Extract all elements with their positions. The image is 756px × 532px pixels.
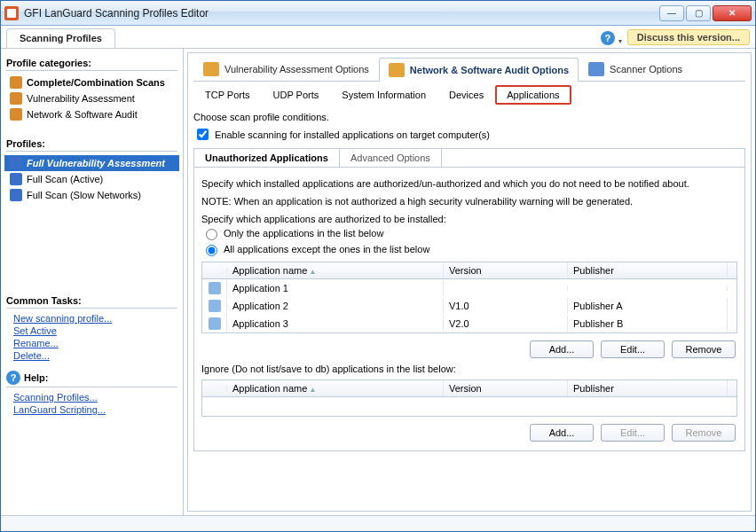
- tab-network-software-options[interactable]: Network & Software Audit Options: [379, 58, 579, 82]
- tab-scanning-profiles[interactable]: Scanning Profiles: [6, 28, 115, 48]
- help-scanning-profiles[interactable]: Scanning Profiles...: [13, 391, 177, 403]
- help-heading: ? Help:: [6, 371, 177, 387]
- cell-version: V2.0: [444, 316, 568, 332]
- cell-publisher: [568, 286, 728, 291]
- tasks-heading: Common Tasks:: [6, 295, 177, 309]
- col-version[interactable]: Version: [444, 380, 568, 396]
- category-network-software-audit[interactable]: Network & Software Audit: [4, 106, 179, 122]
- tab-vulnerability-options[interactable]: Vulnerability Assessment Options: [193, 57, 379, 81]
- task-set-active[interactable]: Set Active: [13, 325, 177, 337]
- magnifier-icon: [588, 62, 604, 76]
- tab-label: Network & Software Audit Options: [410, 65, 569, 75]
- section-tabs: Unauthorized Applications Advanced Optio…: [193, 148, 745, 167]
- profile-full-vulnerability-assessment[interactable]: Full Vulnerability Assessment: [4, 155, 179, 171]
- tab-label: Vulnerability Assessment Options: [224, 64, 369, 74]
- folder-icon: [10, 92, 22, 105]
- category-label: Vulnerability Assessment: [27, 93, 135, 104]
- table-row[interactable]: Application 1: [202, 279, 736, 297]
- ignore-heading: Ignore (Do not list/save to db) applicat…: [201, 364, 737, 374]
- folder-icon: [10, 108, 22, 121]
- discuss-version-button[interactable]: Discuss this version...: [627, 29, 750, 45]
- table-row[interactable]: Application 2 V1.0 Publisher A: [202, 297, 736, 315]
- apps-edit-button[interactable]: Edit...: [601, 340, 665, 358]
- content-panel: Vulnerability Assessment Options Network…: [187, 52, 752, 512]
- note-text: NOTE: When an application is not authori…: [201, 196, 737, 207]
- folder-icon: [389, 63, 405, 77]
- help-icon[interactable]: ?: [601, 31, 615, 45]
- close-button[interactable]: ✕: [713, 5, 752, 21]
- subtab-system-information[interactable]: System Information: [330, 85, 437, 105]
- cell-name: Application 2: [227, 298, 444, 314]
- category-complete-combination[interactable]: Complete/Combination Scans: [4, 74, 179, 90]
- app-icon: [4, 6, 19, 20]
- profiles-heading: Profiles:: [6, 138, 177, 152]
- profile-icon: [10, 173, 22, 185]
- ignore-table: Application name Version Publisher: [201, 379, 737, 417]
- profile-icon: [10, 189, 22, 201]
- profile-full-scan-slow[interactable]: Full Scan (Slow Networks): [4, 187, 179, 203]
- apps-remove-button[interactable]: Remove: [672, 340, 736, 358]
- sidebar: Profile categories: Complete/Combination…: [1, 49, 184, 515]
- table-header[interactable]: Application name Version Publisher: [202, 262, 736, 279]
- tab-scanner-options[interactable]: Scanner Options: [579, 57, 692, 81]
- subtab-tcp-ports[interactable]: TCP Ports: [193, 85, 262, 105]
- cell-publisher: Publisher B: [568, 316, 728, 332]
- unauthorized-panel: Specify which installed applications are…: [193, 167, 745, 451]
- category-vulnerability-assessment[interactable]: Vulnerability Assessment: [4, 90, 179, 106]
- option-tabs: Vulnerability Assessment Options Network…: [193, 57, 745, 82]
- ignore-edit-button: Edit...: [601, 424, 665, 442]
- radio-only-listed[interactable]: [206, 229, 217, 240]
- subtab-udp-ports[interactable]: UDP Ports: [262, 85, 331, 105]
- cell-name: Application 3: [227, 316, 444, 332]
- cell-version: V1.0: [444, 298, 568, 314]
- folder-icon: [10, 76, 22, 89]
- applications-table: Application name Version Publisher Appli…: [201, 262, 737, 333]
- section-tab-advanced[interactable]: Advanced Options: [340, 149, 442, 167]
- discuss-label: Discuss this version...: [637, 32, 740, 43]
- conditions-label: Choose scan profile conditions.: [193, 112, 745, 122]
- enable-scanning-checkbox[interactable]: [197, 129, 209, 140]
- help-icon: ?: [6, 371, 20, 385]
- col-application-name[interactable]: Application name: [227, 262, 444, 278]
- task-rename[interactable]: Rename...: [13, 337, 177, 349]
- help-languard-scripting[interactable]: LanGuard Scripting...: [13, 403, 177, 416]
- cell-name: Application 1: [227, 280, 444, 296]
- folder-icon: [203, 62, 219, 76]
- profile-full-scan-active[interactable]: Full Scan (Active): [4, 171, 179, 187]
- specify-text: Specify which installed applications are…: [201, 178, 737, 189]
- subtab-applications[interactable]: Applications: [495, 85, 571, 105]
- task-new-scanning-profile[interactable]: New scanning profile...: [13, 312, 177, 325]
- top-tabstrip: Scanning Profiles ? ▾ Discuss this versi…: [1, 26, 755, 49]
- table-header[interactable]: Application name Version Publisher: [202, 380, 736, 397]
- section-tab-unauthorized[interactable]: Unauthorized Applications: [194, 149, 340, 167]
- col-version[interactable]: Version: [444, 262, 568, 278]
- app-icon: [209, 282, 221, 294]
- ignore-remove-button: Remove: [672, 424, 736, 442]
- col-application-name[interactable]: Application name: [227, 380, 444, 396]
- app-icon: [209, 300, 221, 312]
- table-row[interactable]: Application 3 V2.0 Publisher B: [202, 315, 736, 332]
- task-delete[interactable]: Delete...: [13, 349, 177, 362]
- col-publisher[interactable]: Publisher: [568, 262, 728, 278]
- app-icon: [209, 317, 221, 330]
- categories-heading: Profile categories:: [6, 58, 177, 71]
- titlebar: GFI LanGuard Scanning Profiles Editor — …: [1, 1, 755, 26]
- profile-label: Full Vulnerability Assessment: [27, 158, 165, 168]
- cell-publisher: Publisher A: [568, 298, 728, 314]
- enable-scanning-label: Enable scanning for installed applicatio…: [215, 129, 490, 140]
- ignore-add-button[interactable]: Add...: [530, 424, 594, 442]
- col-publisher[interactable]: Publisher: [568, 380, 728, 396]
- radio-heading: Specify which applications are authorize…: [201, 214, 737, 224]
- window-title: GFI LanGuard Scanning Profiles Editor: [24, 7, 659, 20]
- radio-only-label: Only the applications in the list below: [224, 228, 383, 239]
- cell-version: [444, 286, 568, 291]
- help-dropdown-icon[interactable]: ▾: [618, 37, 622, 45]
- radio-all-except[interactable]: [206, 245, 217, 256]
- apps-add-button[interactable]: Add...: [530, 340, 594, 358]
- subtab-devices[interactable]: Devices: [437, 85, 495, 105]
- radio-except-label: All applications except the ones in the …: [224, 244, 429, 254]
- maximize-button[interactable]: ▢: [686, 5, 711, 21]
- sub-tabs: TCP Ports UDP Ports System Information D…: [193, 85, 745, 105]
- profile-icon: [10, 157, 22, 169]
- minimize-button[interactable]: —: [659, 5, 684, 21]
